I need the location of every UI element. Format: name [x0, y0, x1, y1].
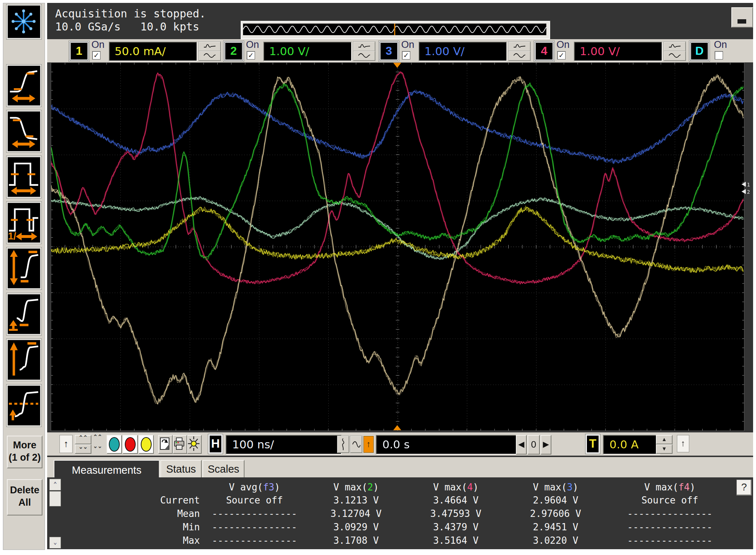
horizontal-menu-button[interactable]: H [209, 435, 222, 453]
table-row-mean: Mean --------------- 3.12704 V 3.47593 V… [63, 507, 734, 520]
control-strip: ↑ ⌃⌃ ⌄⌄ ⌃⌃ ⌄⌄ [47, 432, 753, 456]
channel-2-coupling-button[interactable] [353, 42, 375, 51]
time-reference-marker-top-icon[interactable] [393, 63, 401, 68]
channel-3-coupling-button[interactable] [509, 42, 530, 51]
scope-logo-button[interactable] [8, 5, 40, 38]
v-top-icon [8, 340, 39, 379]
tab-scales[interactable]: Scales [202, 460, 245, 478]
marker-a-color-button[interactable] [107, 435, 122, 454]
more-button-page: (1 of 2) [8, 452, 42, 464]
channel-4-wave-button[interactable] [664, 51, 686, 61]
trigger-level-display[interactable]: 0.0 A [603, 435, 660, 455]
horizontal-wave-button[interactable] [350, 436, 362, 453]
table-row-current: Current Source off 3.1213 V 3.4664 V 2.9… [63, 493, 734, 507]
fall-time-button[interactable] [8, 111, 40, 151]
table-scroll-up-button[interactable]: ⌃ [49, 479, 61, 490]
svg-text:2: 2 [747, 189, 750, 195]
channel-1-button[interactable]: 1 [70, 42, 89, 61]
pan-down-button[interactable]: ⌄⌄ [93, 444, 102, 452]
channel-1-wave-button[interactable] [199, 51, 221, 61]
chevron-up-icon: ⌃ [83, 434, 88, 440]
sine-wave-icon [203, 52, 216, 59]
channel-3-scale-display[interactable]: 1.00 V/ [419, 42, 507, 61]
channel-3-on-checkbox[interactable]: ✓ [402, 51, 410, 59]
channel-3-wave-button[interactable] [509, 51, 530, 61]
yellow-oval-icon [141, 437, 152, 452]
channel-4-on-checkbox[interactable]: ✓ [557, 51, 566, 59]
vertical-expand-button[interactable]: ⌃⌃ [75, 435, 91, 444]
v-top-button[interactable] [8, 340, 40, 380]
channel-3-on-label: On [401, 39, 414, 50]
transient-wave-icon [358, 43, 371, 49]
time-reference-marker-bottom-icon[interactable] [393, 425, 401, 430]
trigger-level-up-button[interactable]: ▲ [656, 435, 673, 444]
rise-time-icon [8, 66, 39, 104]
marker-b-color-button[interactable] [123, 435, 138, 454]
chevron-up-icon: ⌃ [93, 433, 98, 440]
delete-all-button[interactable]: Delete All [7, 479, 42, 515]
table-header-row: V avg(f3) V max(2) V max(4) V max(3) V m… [63, 480, 734, 494]
scroll-up-button[interactable]: ↑ [59, 435, 73, 453]
trigger-menu-button[interactable]: T [586, 435, 599, 453]
channel-4-button[interactable]: 4 [535, 42, 554, 61]
display-brightness-button[interactable] [187, 435, 202, 454]
channel-1-scale-display[interactable]: 50.0 mA/ [109, 42, 197, 61]
more-measurements-button[interactable]: More (1 of 2) [7, 436, 42, 468]
channel-2-scale-display[interactable]: 1.00 V/ [263, 42, 352, 61]
horizontal-zero-button[interactable]: 0 [527, 435, 540, 455]
pan-left-button[interactable]: ◀ [516, 435, 527, 455]
trigger-position-button[interactable]: ↑ [363, 436, 374, 453]
table-scrollbar-thumb[interactable] [49, 491, 61, 506]
vertical-wave-icon [338, 437, 348, 452]
v-base-button[interactable] [8, 294, 40, 334]
minimize-button[interactable] [731, 7, 753, 28]
vertical-shrink-button[interactable]: ⌄⌄ [75, 444, 91, 454]
channel-1-on-checkbox[interactable]: ✓ [92, 51, 100, 59]
pan-up-button[interactable]: ⌃⌃ [93, 435, 102, 443]
col-header-vmax-2: V max(2) [306, 482, 406, 493]
export-button[interactable] [158, 435, 173, 454]
digital-on-checkbox[interactable] [715, 51, 723, 59]
col-header-vavg-f3: V avg(f3) [203, 482, 306, 493]
marker-c-color-button[interactable] [139, 435, 154, 454]
channel-4-coupling-button[interactable] [664, 42, 686, 51]
delete-button-label: Delete [8, 484, 42, 497]
v-base-icon [8, 295, 39, 333]
timebase-scale-display[interactable]: 100 ns/ [226, 435, 342, 455]
pulse-width-button[interactable] [8, 157, 40, 197]
transient-wave-icon [513, 43, 526, 49]
channel-2-button[interactable]: 2 [224, 42, 243, 61]
delete-button-label-2: All [8, 497, 42, 509]
table-row-min: Min --------------- 3.0929 V 3.4379 V 2.… [63, 520, 734, 534]
brightness-sun-icon [188, 436, 200, 452]
channel-2-on-checkbox[interactable]: ✓ [247, 51, 255, 59]
channel-4-scale-display[interactable]: 1.00 V/ [574, 42, 662, 61]
timebase-position-display[interactable]: 0.0 s [376, 435, 518, 455]
red-oval-icon [125, 437, 136, 452]
tab-status[interactable]: Status [160, 460, 202, 478]
amplitude-button[interactable] [8, 248, 40, 288]
channel-3-button[interactable]: 3 [379, 42, 398, 61]
channel-2-on-label: On [246, 39, 259, 50]
channel-2-wave-button[interactable] [353, 51, 375, 61]
help-button[interactable]: ? [736, 480, 752, 496]
horizontal-zoom-button[interactable] [337, 436, 349, 453]
rise-time-button[interactable] [8, 66, 40, 106]
transient-wave-icon [203, 43, 216, 49]
waveform-display[interactable] [51, 62, 744, 431]
horizontal-position-bar[interactable] [241, 21, 550, 39]
starburst-logo-icon [8, 6, 39, 37]
table-scroll-down-button[interactable]: ⌄ [49, 537, 61, 548]
transient-wave-icon [668, 43, 681, 49]
channel-1-coupling-button[interactable] [199, 42, 221, 51]
trigger-scroll-button[interactable]: ↑ [677, 435, 689, 452]
preview-waveform [243, 24, 546, 35]
digital-channels-button[interactable]: D [690, 42, 709, 61]
trigger-level-down-button[interactable]: ▼ [656, 444, 673, 454]
print-button[interactable] [173, 435, 187, 454]
sine-wave-icon [513, 52, 526, 59]
v-average-button[interactable] [8, 386, 40, 426]
frequency-button[interactable]: 1/ [8, 203, 40, 243]
pan-right-button[interactable]: ▶ [541, 435, 551, 455]
ground-level-markers-icon[interactable]: 1 2 [741, 181, 753, 195]
